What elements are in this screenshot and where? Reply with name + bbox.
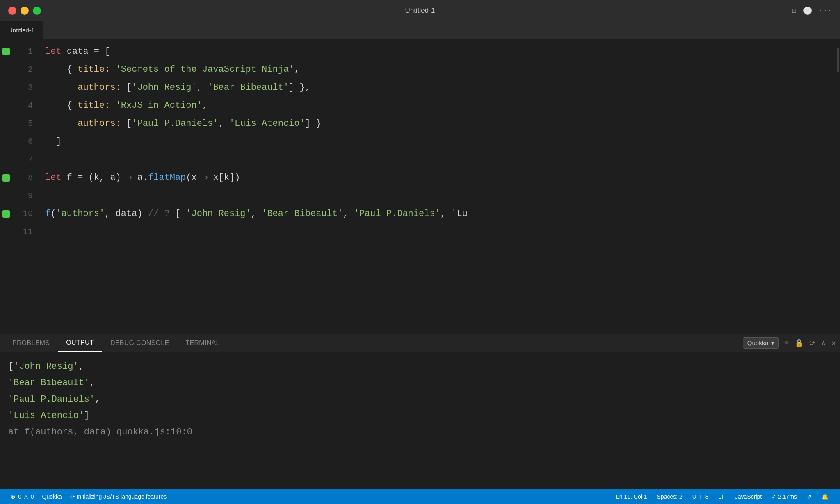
code-line: 9	[0, 187, 834, 205]
code-content: { title: 'Secrets of the JavaScript Ninj…	[41, 61, 300, 79]
notification-icon[interactable]: 🔔	[817, 489, 833, 504]
code-line: 3 authors: ['John Resig', 'Bear Bibeault…	[0, 79, 834, 97]
more-actions-icon[interactable]: ···	[819, 7, 832, 15]
close-panel-icon[interactable]: ✕	[831, 338, 836, 347]
tab-label: Untitled-1	[8, 27, 34, 34]
status-right: Ln 11, Col 1 Spaces: 2 UTF-8 LF JavaScri…	[611, 489, 833, 504]
line-number: 6	[12, 133, 41, 151]
scrollbar[interactable]	[834, 39, 840, 334]
window-title: Untitled-1	[405, 7, 435, 15]
chevron-down-icon: ▾	[771, 339, 774, 347]
code-content: let data = [	[41, 43, 110, 61]
scrollbar-thumb[interactable]	[837, 48, 839, 72]
status-bar: ⊗ 0 △ 0 Quokka ⟳ Initializing JS/TS lang…	[0, 489, 840, 504]
code-lines: 1let data = [2 { title: 'Secrets of the …	[0, 39, 834, 244]
code-line: 4 { title: 'RxJS in Action',	[0, 97, 834, 115]
output-line: 'Paul P.Daniels',	[8, 391, 832, 408]
panel-area: PROBLEMS OUTPUT DEBUG CONSOLE TERMINAL Q…	[0, 334, 840, 489]
line-number: 1	[12, 43, 41, 61]
code-content: ]	[41, 133, 62, 151]
title-bar-actions: ⊞ ⚪ ···	[792, 6, 832, 15]
tab-output[interactable]: OUTPUT	[58, 334, 102, 352]
tab-untitled[interactable]: Untitled-1	[0, 21, 43, 39]
list-icon[interactable]: ≡	[785, 339, 789, 347]
run-indicator	[0, 210, 12, 218]
minimize-button[interactable]	[21, 7, 29, 15]
run-indicator	[0, 174, 12, 182]
line-number: 7	[12, 151, 41, 169]
indentation[interactable]: Spaces: 2	[652, 489, 687, 504]
code-line: 7	[0, 151, 834, 169]
run-indicator	[0, 48, 12, 55]
code-content: authors: ['Paul P.Daniels', 'Luis Atenci…	[41, 115, 321, 133]
line-number: 5	[12, 115, 41, 133]
code-line: 8let f = (k, a) ⇒ a.flatMap(x ⇒ x[k])	[0, 169, 834, 187]
panel-tab-right: Quokka ▾ ≡ 🔒 ⟳ ∧ ✕	[743, 337, 836, 349]
tab-bar: Untitled-1	[0, 21, 840, 39]
code-content: f('authors', data) // ? [ 'John Resig', …	[41, 205, 468, 223]
perf-indicator: ✓ 2.17ms	[767, 489, 802, 504]
output-line: 'Luis Atencio' ]	[8, 408, 832, 424]
panel-tabs: PROBLEMS OUTPUT DEBUG CONSOLE TERMINAL Q…	[0, 334, 840, 352]
output-line: 'Bear Bibeault',	[8, 375, 832, 391]
line-number: 4	[12, 97, 41, 115]
line-number: 8	[12, 169, 41, 187]
traffic-lights	[8, 7, 41, 15]
share-icon[interactable]: ⇗	[802, 489, 817, 504]
code-editor[interactable]: 1let data = [2 { title: 'Secrets of the …	[0, 39, 834, 334]
tab-problems[interactable]: PROBLEMS	[4, 334, 58, 352]
circle-icon[interactable]: ⚪	[803, 6, 812, 15]
line-number: 3	[12, 79, 41, 97]
output-line: [ 'John Resig',	[8, 359, 832, 375]
close-button[interactable]	[8, 7, 16, 15]
line-number: 11	[12, 223, 41, 241]
code-content: authors: ['John Resig', 'Bear Bibeault']…	[41, 79, 310, 97]
dropdown-label: Quokka	[747, 339, 769, 346]
error-icon: ⊗	[11, 493, 16, 500]
output-content: [ 'John Resig', 'Bear Bibeault', 'Paul P…	[0, 352, 840, 489]
error-count[interactable]: ⊗ 0 △ 0	[7, 489, 38, 504]
lock-icon[interactable]: 🔒	[794, 338, 803, 347]
refresh-icon[interactable]: ⟳	[809, 338, 815, 347]
line-number: 9	[12, 187, 41, 205]
quokka-status[interactable]: Quokka	[38, 489, 66, 504]
line-number: 2	[12, 61, 41, 79]
tab-debug-console[interactable]: DEBUG CONSOLE	[102, 334, 178, 352]
output-line: at f(authors, data) quokka.js:10:0	[8, 424, 832, 440]
title-bar: Untitled-1 ⊞ ⚪ ···	[0, 0, 840, 21]
warning-icon: △	[24, 493, 28, 500]
split-editor-icon[interactable]: ⊞	[792, 6, 797, 15]
language-mode[interactable]: JavaScript	[730, 489, 767, 504]
chevron-up-icon[interactable]: ∧	[821, 338, 826, 347]
code-content: { title: 'RxJS in Action',	[41, 97, 208, 115]
code-line: 1let data = [	[0, 43, 834, 61]
code-line: 5 authors: ['Paul P.Daniels', 'Luis Aten…	[0, 115, 834, 133]
code-line: 2 { title: 'Secrets of the JavaScript Ni…	[0, 61, 834, 79]
line-ending[interactable]: LF	[713, 489, 730, 504]
tab-terminal[interactable]: TERMINAL	[177, 334, 228, 352]
encoding[interactable]: UTF-8	[687, 489, 714, 504]
code-content: let f = (k, a) ⇒ a.flatMap(x ⇒ x[k])	[41, 169, 240, 187]
maximize-button[interactable]	[33, 7, 41, 15]
editor-panel: 1let data = [2 { title: 'Secrets of the …	[0, 39, 840, 334]
code-line: 11	[0, 223, 834, 241]
code-line: 6 ]	[0, 133, 834, 151]
line-number: 10	[12, 205, 41, 223]
output-source-dropdown[interactable]: Quokka ▾	[743, 337, 779, 349]
init-status: ⟳ Initializing JS/TS language features	[66, 489, 171, 504]
cursor-position[interactable]: Ln 11, Col 1	[611, 489, 652, 504]
code-line: 10f('authors', data) // ? [ 'John Resig'…	[0, 205, 834, 223]
